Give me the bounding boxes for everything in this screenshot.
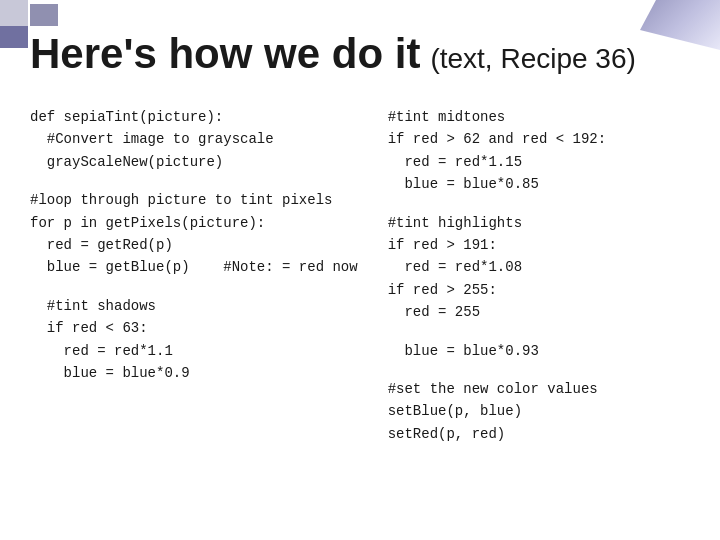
columns: def sepiaTint(picture): #Convert image t…: [30, 106, 690, 445]
right-line-7: red = red*1.08: [388, 256, 690, 278]
right-code-block1: #tint midtones if red > 62 and red < 192…: [388, 106, 690, 196]
left-line-10: red = red*1.1: [30, 340, 358, 362]
right-code-block4: #set the new color values setBlue(p, blu…: [388, 378, 690, 445]
left-line-9: if red < 63:: [30, 317, 358, 339]
title-row: Here's how we do it (text, Recipe 36): [30, 30, 690, 78]
title-main: Here's how we do it: [30, 30, 420, 78]
right-line-6: if red > 191:: [388, 234, 690, 256]
left-line-1: def sepiaTint(picture):: [30, 106, 358, 128]
right-line-13: setRed(p, red): [388, 423, 690, 445]
left-line-7: blue = getBlue(p) #Note: = red now: [30, 256, 358, 278]
title-sub: (text, Recipe 36): [430, 43, 635, 75]
right-line-1: #tint midtones: [388, 106, 690, 128]
left-line-6: red = getRed(p): [30, 234, 358, 256]
left-code-block1: def sepiaTint(picture): #Convert image t…: [30, 106, 358, 173]
right-line-12: setBlue(p, blue): [388, 400, 690, 422]
left-line-3: grayScaleNew(picture): [30, 151, 358, 173]
left-line-8: #tint shadows: [30, 295, 358, 317]
left-line-2: #Convert image to grayscale: [30, 128, 358, 150]
right-line-11: #set the new color values: [388, 378, 690, 400]
right-line-9: red = 255: [388, 301, 690, 323]
right-line-3: red = red*1.15: [388, 151, 690, 173]
left-column: def sepiaTint(picture): #Convert image t…: [30, 106, 358, 445]
right-column: #tint midtones if red > 62 and red < 192…: [388, 106, 690, 445]
right-line-5: #tint highlights: [388, 212, 690, 234]
left-line-5: for p in getPixels(picture):: [30, 212, 358, 234]
left-line-4: #loop through picture to tint pixels: [30, 189, 358, 211]
left-code-block2: #loop through picture to tint pixels for…: [30, 189, 358, 279]
right-code-block2: #tint highlights if red > 191: red = red…: [388, 212, 690, 324]
left-line-11: blue = blue*0.9: [30, 362, 358, 384]
right-line-2: if red > 62 and red < 192:: [388, 128, 690, 150]
right-code-block3: blue = blue*0.93: [388, 340, 690, 362]
right-line-4: blue = blue*0.85: [388, 173, 690, 195]
right-line-8: if red > 255:: [388, 279, 690, 301]
right-line-10: blue = blue*0.93: [388, 340, 690, 362]
page-content: Here's how we do it (text, Recipe 36) de…: [30, 30, 690, 520]
left-code-block3: #tint shadows if red < 63: red = red*1.1…: [30, 295, 358, 385]
